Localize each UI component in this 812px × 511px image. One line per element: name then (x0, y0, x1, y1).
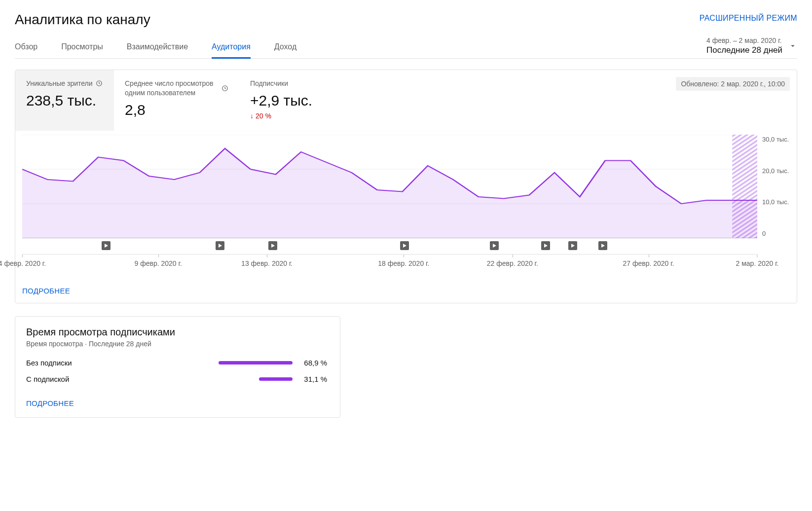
x-tick: 18 февр. 2020 г. (378, 255, 429, 267)
advanced-mode-link[interactable]: РАСШИРЕННЫЙ РЕЖИМ (700, 14, 797, 23)
clock-icon (96, 80, 103, 87)
chart-area: 30,0 тыс.20,0 тыс.10,0 тыс.0 4 февр. 202… (15, 131, 797, 279)
unique-viewers-chart[interactable] (22, 135, 757, 238)
metric-label: Подписчики (250, 79, 327, 88)
play-marker-icon[interactable] (268, 241, 277, 250)
bar-fill (219, 361, 293, 365)
watch-time-subtitle: Время просмотра · Последние 28 дней (26, 340, 329, 348)
tabs: ОбзорПросмотрыВзаимодействиеАудиторияДох… (15, 36, 797, 59)
page-title: Аналитика по каналу (15, 12, 150, 28)
play-marker-icon[interactable] (568, 241, 577, 250)
y-axis: 30,0 тыс.20,0 тыс.10,0 тыс.0 (757, 135, 790, 238)
play-marker-icon[interactable] (216, 241, 224, 250)
watch-time-row: С подпиской31,1 % (26, 375, 329, 383)
tab-1[interactable]: Просмотры (61, 36, 103, 58)
y-tick: 30,0 тыс. (762, 136, 790, 143)
x-tick: 9 февр. 2020 г. (134, 255, 182, 267)
clock-icon (221, 85, 228, 92)
tab-2[interactable]: Взаимодействие (127, 36, 188, 58)
date-range-label: Последние 28 дней (706, 45, 782, 55)
y-tick: 20,0 тыс. (762, 167, 790, 175)
x-tick: 22 февр. 2020 г. (487, 255, 538, 267)
y-tick: 10,0 тыс. (762, 198, 790, 206)
audience-card: Обновлено: 2 мар. 2020 г., 10:00 Уникаль… (15, 70, 797, 303)
metric-card-1[interactable]: Среднее число просмотров одним пользоват… (114, 70, 239, 131)
tab-0[interactable]: Обзор (15, 36, 37, 58)
bar-label: С подпиской (26, 375, 214, 383)
play-marker-icon[interactable] (541, 241, 550, 250)
tab-3[interactable]: Аудитория (212, 36, 251, 58)
metric-value: 238,5 тыс. (26, 92, 103, 109)
metric-card-0[interactable]: Уникальные зрители238,5 тыс. (15, 70, 114, 131)
event-markers-row (22, 241, 757, 250)
date-range-picker[interactable]: 4 февр. – 2 мар. 2020 г. Последние 28 дн… (706, 36, 797, 58)
metric-delta: ↓ 20 % (250, 112, 327, 120)
play-marker-icon[interactable] (598, 241, 607, 250)
bar-label: Без подписки (26, 359, 214, 367)
play-marker-icon[interactable] (102, 241, 111, 250)
svg-rect-7 (732, 135, 757, 238)
x-tick: 4 февр. 2020 г. (0, 255, 46, 267)
arrow-down-icon: ↓ (250, 112, 254, 120)
bar-fill (259, 377, 293, 381)
y-tick: 0 (762, 230, 790, 237)
details-link[interactable]: ПОДРОБНЕЕ (15, 279, 797, 303)
watch-time-details-link[interactable]: ПОДРОБНЕЕ (26, 391, 329, 415)
play-marker-icon[interactable] (400, 241, 409, 250)
x-tick: 13 февр. 2020 г. (241, 255, 293, 267)
updated-badge: Обновлено: 2 мар. 2020 г., 10:00 (676, 77, 790, 91)
metrics-row: Обновлено: 2 мар. 2020 г., 10:00 Уникаль… (15, 70, 797, 131)
watch-time-row: Без подписки68,9 % (26, 359, 329, 367)
tab-4[interactable]: Доход (274, 36, 296, 58)
bar-value: 68,9 % (293, 359, 327, 367)
watch-time-breakdown: Без подписки68,9 %С подпиской31,1 % (26, 359, 329, 383)
metric-value: 2,8 (125, 102, 228, 118)
x-tick: 27 февр. 2020 г. (623, 255, 674, 267)
watch-time-card: Время просмотра подписчиками Время просм… (15, 316, 340, 418)
x-tick: 2 мар. 2020 г. (736, 255, 779, 267)
bar-value: 31,1 % (293, 375, 327, 383)
metric-label: Уникальные зрители (26, 79, 103, 88)
watch-time-title: Время просмотра подписчиками (26, 327, 329, 338)
metric-label: Среднее число просмотров одним пользоват… (125, 79, 228, 98)
metric-value: +2,9 тыс. (250, 92, 327, 109)
date-range-text: 4 февр. – 2 мар. 2020 г. (706, 36, 782, 44)
x-axis: 4 февр. 2020 г.9 февр. 2020 г.13 февр. 2… (22, 254, 757, 275)
metric-card-2[interactable]: Подписчики+2,9 тыс.↓ 20 % (239, 70, 338, 131)
play-marker-icon[interactable] (490, 241, 499, 250)
caret-down-icon (788, 41, 797, 50)
